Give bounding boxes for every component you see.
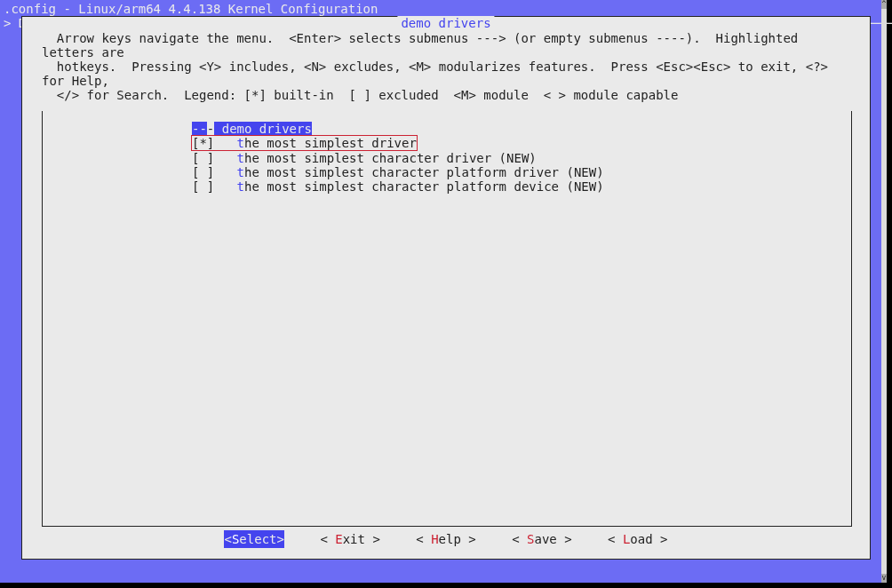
help-button[interactable]: < Help > xyxy=(416,530,475,548)
scroll-up-icon[interactable]: ^ xyxy=(881,0,887,9)
menu-list[interactable]: --- demo drivers [*] the most simplest d… xyxy=(43,111,851,194)
menu-box: --- demo drivers [*] the most simplest d… xyxy=(42,111,852,527)
dialog: demo drivers Arrow keys navigate the men… xyxy=(21,16,871,560)
scrollbar[interactable]: ^ v xyxy=(881,0,887,583)
scroll-down-icon[interactable]: v xyxy=(881,574,887,583)
menu-item[interactable]: [ ] the most simplest character driver (… xyxy=(192,151,851,165)
save-button[interactable]: < Save > xyxy=(512,530,571,548)
menu-item-selected[interactable]: [*] the most simplest driver xyxy=(192,136,851,151)
exit-button[interactable]: < Exit > xyxy=(320,530,379,548)
select-button[interactable]: <Select> xyxy=(224,530,283,548)
load-button[interactable]: < Load > xyxy=(608,530,667,548)
menu-item[interactable]: [ ] the most simplest character platform… xyxy=(192,179,851,194)
window-title: .config - Linux/arm64 4.4.138 Kernel Con… xyxy=(0,0,887,16)
menu-item[interactable]: [ ] the most simplest character platform… xyxy=(192,165,851,179)
menu-header: --- demo drivers xyxy=(192,122,851,136)
dialog-title: demo drivers xyxy=(397,16,494,30)
button-bar: <Select> < Exit > < Help > < Save > < Lo… xyxy=(22,530,870,548)
